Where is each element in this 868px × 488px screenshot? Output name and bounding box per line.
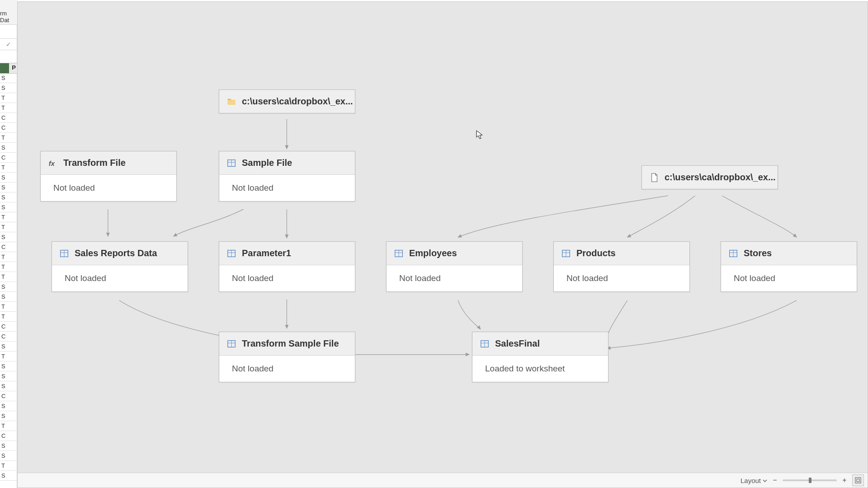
cell-sliver[interactable]: C — [0, 123, 17, 133]
cell-sliver[interactable]: S — [0, 232, 17, 242]
status-bar: Layout − + — [18, 473, 868, 488]
node-status: Not loaded — [52, 265, 188, 291]
node-title: Sample File — [242, 158, 292, 168]
file-icon — [649, 173, 659, 183]
cell-sliver[interactable]: S — [0, 143, 17, 153]
node-title: Stores — [744, 248, 772, 258]
cell-sliver[interactable]: S — [0, 183, 17, 192]
cell-sliver[interactable]: T — [0, 163, 17, 173]
cell-sliver[interactable]: S — [0, 202, 17, 212]
cell-sliver[interactable]: T — [0, 212, 17, 222]
node-status: Not loaded — [219, 265, 355, 291]
table-icon — [226, 339, 236, 349]
cell-sliver[interactable]: T — [0, 302, 17, 312]
node-stores[interactable]: Stores Not loaded — [721, 241, 857, 292]
node-title: Transform Sample File — [242, 338, 339, 349]
table-icon — [561, 249, 571, 258]
zoom-out-button[interactable]: − — [772, 477, 778, 483]
cell-sliver[interactable]: C — [0, 391, 17, 401]
folder-icon — [226, 97, 236, 107]
cell-sliver[interactable]: C — [0, 153, 17, 163]
query-dependency-canvas[interactable]: c:\users\ca\dropbox\_ex... c:\users\ca\d… — [17, 1, 868, 488]
node-employees[interactable]: Employees Not loaded — [386, 241, 523, 292]
node-status: Not loaded — [554, 265, 689, 291]
node-label: c:\users\ca\dropbox\_ex... — [665, 172, 776, 183]
node-sales-reports-data[interactable]: Sales Reports Data Not loaded — [52, 241, 188, 292]
column-header-letter: P — [12, 64, 16, 71]
cell-sliver[interactable]: T — [0, 312, 17, 322]
node-status: Not loaded — [219, 175, 355, 201]
chevron-down-icon — [763, 477, 767, 484]
cell-sliver[interactable]: C — [0, 332, 17, 342]
node-status: Not loaded — [41, 175, 176, 201]
table-icon — [226, 249, 236, 258]
node-status: Loaded to worksheet — [472, 356, 608, 382]
node-title: Employees — [409, 248, 457, 258]
cell-sliver[interactable]: T — [0, 262, 17, 272]
table-icon — [394, 249, 404, 258]
zoom-thumb[interactable] — [809, 478, 811, 483]
cell-sliver[interactable]: T — [0, 421, 17, 431]
node-title: SalesFinal — [495, 338, 540, 349]
cell-sliver[interactable]: S — [0, 371, 17, 381]
cell-sliver[interactable]: C — [0, 113, 17, 123]
zoom-in-button[interactable]: + — [841, 477, 848, 483]
cell-sliver[interactable]: S — [0, 471, 17, 481]
svg-rect-25 — [855, 478, 861, 483]
node-sample-file[interactable]: Sample File Not loaded — [219, 151, 355, 202]
ribbon-label: rm Dat — [0, 10, 17, 23]
node-source-file[interactable]: c:\users\ca\dropbox\_ex... — [642, 165, 778, 189]
node-products[interactable]: Products Not loaded — [553, 241, 690, 292]
node-status: Not loaded — [387, 265, 522, 291]
cell-sliver[interactable]: S — [0, 173, 17, 183]
cell-sliver[interactable]: T — [0, 272, 17, 282]
node-title: Parameter1 — [242, 248, 291, 258]
cell-sliver[interactable]: S — [0, 282, 17, 292]
cell-sliver[interactable]: S — [0, 451, 17, 461]
cursor-icon — [476, 130, 483, 140]
cell-sliver[interactable]: T — [0, 461, 17, 471]
node-status: Not loaded — [721, 265, 857, 291]
row-slivers: SSTTCCTSCTSSSSTTSCTTTSSTTCCSTSSSCSSTCSST… — [0, 73, 17, 488]
node-label: c:\users\ca\dropbox\_ex... — [242, 96, 353, 107]
cell-sliver[interactable]: S — [0, 342, 17, 352]
column-header[interactable]: P — [0, 63, 17, 74]
cell-sliver[interactable]: S — [0, 192, 17, 202]
cell-sliver[interactable]: S — [0, 292, 17, 302]
table-icon — [59, 249, 69, 258]
fit-to-screen-button[interactable] — [852, 474, 864, 486]
cell-sliver[interactable]: S — [0, 441, 17, 451]
cell-sliver[interactable]: S — [0, 381, 17, 391]
svg-text:fx: fx — [49, 160, 55, 167]
node-transform-file[interactable]: fx Transform File Not loaded — [40, 151, 177, 202]
spreadsheet-left-edge: rm Dat ✓ P SSTTCCTSCTSSSSTTSCTTTSSTTCCST… — [0, 0, 17, 488]
node-sales-final[interactable]: SalesFinal Loaded to worksheet — [472, 332, 609, 382]
zoom-slider[interactable] — [783, 479, 837, 481]
node-status: Not loaded — [219, 356, 355, 382]
cell-sliver[interactable]: C — [0, 322, 17, 332]
table-icon — [480, 339, 490, 349]
cell-sliver[interactable]: T — [0, 93, 17, 103]
ribbon-fragment: rm Dat — [0, 0, 17, 25]
cell-sliver[interactable]: C — [0, 242, 17, 252]
cell-sliver[interactable]: S — [0, 361, 17, 371]
node-transform-sample-file[interactable]: Transform Sample File Not loaded — [219, 332, 355, 382]
node-title: Products — [576, 248, 616, 258]
node-title: Sales Reports Data — [75, 248, 157, 258]
cell-sliver[interactable]: T — [0, 103, 17, 113]
formula-bar-accept[interactable]: ✓ — [0, 38, 17, 50]
cell-sliver[interactable]: T — [0, 222, 17, 232]
node-source-folder[interactable]: c:\users\ca\dropbox\_ex... — [219, 89, 355, 113]
layout-dropdown[interactable]: Layout — [741, 477, 767, 484]
table-icon — [728, 249, 738, 258]
cell-sliver[interactable]: T — [0, 252, 17, 262]
cell-sliver[interactable]: T — [0, 133, 17, 143]
cell-sliver[interactable]: T — [0, 352, 17, 361]
node-parameter1[interactable]: Parameter1 Not loaded — [219, 241, 355, 292]
cell-sliver[interactable]: S — [0, 401, 17, 411]
function-icon: fx — [48, 158, 58, 168]
cell-sliver[interactable]: S — [0, 411, 17, 421]
cell-sliver[interactable]: S — [0, 73, 17, 83]
cell-sliver[interactable]: S — [0, 83, 17, 93]
cell-sliver[interactable]: C — [0, 431, 17, 441]
